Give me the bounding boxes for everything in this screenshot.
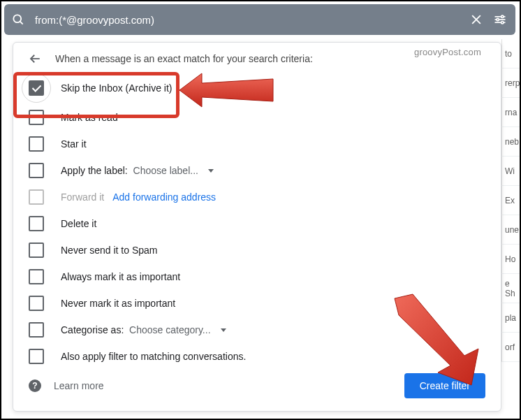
search-options-icon[interactable]: [490, 13, 515, 27]
checkbox[interactable]: [29, 322, 44, 338]
option-delete[interactable]: Delete it: [29, 210, 485, 237]
option-label: Delete it: [61, 218, 96, 229]
dropdown-value: Choose label...: [133, 165, 198, 176]
option-label: Apply the label:: [61, 165, 133, 176]
learn-more-link[interactable]: ? Learn more: [29, 379, 104, 392]
checkbox[interactable]: [29, 136, 44, 152]
chevron-down-icon: [208, 169, 214, 173]
option-star[interactable]: Star it: [29, 131, 485, 157]
option-label: Skip the Inbox (Archive it): [61, 82, 173, 94]
option-skip-inbox[interactable]: Skip the Inbox (Archive it): [29, 72, 485, 104]
option-categorise[interactable]: Categorise as: Choose category...: [29, 317, 485, 343]
list-item: pla: [501, 303, 520, 333]
option-label: Also apply filter to matching conversati…: [61, 351, 246, 362]
list-item: rna: [501, 98, 520, 127]
option-forward: Forward it Add forwarding address: [29, 184, 485, 210]
learn-more-label: Learn more: [54, 380, 104, 391]
dropdown-value: Choose category...: [129, 324, 210, 335]
option-always-important[interactable]: Always mark it as important: [29, 263, 485, 290]
create-filter-button[interactable]: Create filter: [404, 373, 485, 398]
option-label: Star it: [61, 138, 87, 150]
background-mail-list: to rerp rna neb Wi Ex une Ho e Sh pla or…: [501, 39, 520, 419]
option-label: Never send it to Spam: [61, 245, 158, 256]
search-bar: from:(*@groovypost.com): [4, 4, 515, 35]
checkbox-halo: [22, 73, 51, 103]
list-item: Wi: [501, 157, 520, 186]
label-dropdown[interactable]: Choose label...: [133, 165, 214, 176]
list-item: neb: [501, 127, 520, 157]
svg-line-1: [20, 22, 23, 24]
option-label: Categorise as:: [61, 324, 129, 335]
svg-point-9: [501, 22, 504, 24]
checkbox[interactable]: [29, 216, 44, 231]
search-icon[interactable]: [4, 13, 35, 27]
filter-options-card: groovyPost.com When a message is an exac…: [13, 42, 501, 412]
svg-point-7: [501, 15, 504, 17]
option-label: Always mark it as important: [61, 271, 180, 282]
list-item: une: [501, 215, 520, 245]
list-item: Ho: [501, 245, 520, 274]
checkbox[interactable]: [29, 269, 44, 284]
option-label: Mark as read: [61, 112, 118, 123]
search-query[interactable]: from:(*@groovypost.com): [35, 14, 462, 26]
checkbox[interactable]: [29, 80, 44, 96]
svg-point-8: [497, 18, 499, 20]
option-never-important[interactable]: Never mark it as important: [29, 290, 485, 317]
card-footer: ? Learn more Create filter: [29, 373, 485, 398]
checkbox[interactable]: [29, 296, 44, 311]
option-mark-read[interactable]: Mark as read: [29, 104, 485, 131]
option-also-apply[interactable]: Also apply filter to matching conversati…: [29, 343, 485, 370]
help-icon: ?: [29, 379, 41, 392]
list-item: orf: [501, 333, 520, 362]
checkbox[interactable]: [29, 110, 44, 125]
add-forwarding-link[interactable]: Add forwarding address: [112, 191, 216, 203]
checkbox[interactable]: [29, 349, 44, 364]
category-dropdown[interactable]: Choose category...: [129, 324, 226, 335]
list-item: Ex: [501, 186, 520, 215]
list-item: e Sh: [501, 274, 520, 303]
option-label: Never mark it as important: [61, 298, 175, 309]
svg-point-0: [13, 15, 21, 22]
option-no-spam[interactable]: Never send it to Spam: [29, 237, 485, 263]
checkbox[interactable]: [29, 163, 44, 178]
list-item: rerp: [501, 68, 520, 98]
back-icon[interactable]: [29, 52, 41, 65]
list-item: to: [501, 39, 520, 68]
option-apply-label[interactable]: Apply the label: Choose label...: [29, 157, 485, 184]
checkbox: [29, 189, 44, 205]
watermark: groovyPost.com: [414, 47, 481, 57]
header-text: When a message is an exact match for you…: [55, 53, 313, 64]
checkbox[interactable]: [29, 242, 44, 258]
clear-search-icon[interactable]: [462, 13, 490, 27]
option-label: Forward it: [61, 191, 104, 203]
chevron-down-icon: [221, 328, 226, 332]
